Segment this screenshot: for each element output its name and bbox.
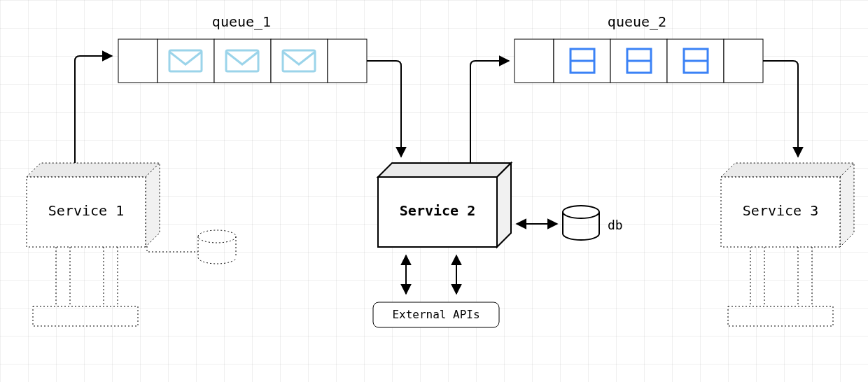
service-1-label: Service 1 <box>48 202 124 219</box>
arrow-queue2-to-service3 <box>763 61 798 157</box>
external-apis-box: External APIs <box>373 302 499 327</box>
service-1-pedestal <box>33 247 138 326</box>
svg-rect-24 <box>33 306 138 326</box>
queue-1: queue_1 <box>118 13 367 83</box>
service-1-box: Service 1 <box>27 163 160 247</box>
arrow-queue1-to-service2 <box>367 61 401 157</box>
service-2-box: Service 2 <box>378 163 511 247</box>
svg-rect-4 <box>328 39 367 83</box>
service-3-pedestal <box>728 247 833 326</box>
db-label: db <box>608 218 623 232</box>
queue-2: queue_2 <box>514 13 763 83</box>
queue-2-label: queue_2 <box>608 13 666 30</box>
external-apis-label: External APIs <box>392 308 479 321</box>
svg-rect-12 <box>724 39 763 83</box>
service-1-db-icon <box>147 230 236 264</box>
db-icon: db <box>563 206 623 240</box>
svg-point-25 <box>198 230 236 243</box>
svg-rect-2 <box>214 39 271 83</box>
svg-rect-3 <box>271 39 328 83</box>
svg-rect-0 <box>118 39 158 83</box>
svg-rect-8 <box>514 39 554 83</box>
arrow-service2-to-queue2 <box>470 61 509 163</box>
svg-point-28 <box>563 206 599 218</box>
arrow-service1-to-queue1 <box>75 56 112 163</box>
queue-1-label: queue_1 <box>212 13 271 30</box>
service-3-label: Service 3 <box>743 202 818 219</box>
svg-rect-34 <box>728 306 833 326</box>
svg-rect-1 <box>158 39 214 83</box>
service-2-label: Service 2 <box>400 202 475 219</box>
service-3-box: Service 3 <box>721 163 854 247</box>
